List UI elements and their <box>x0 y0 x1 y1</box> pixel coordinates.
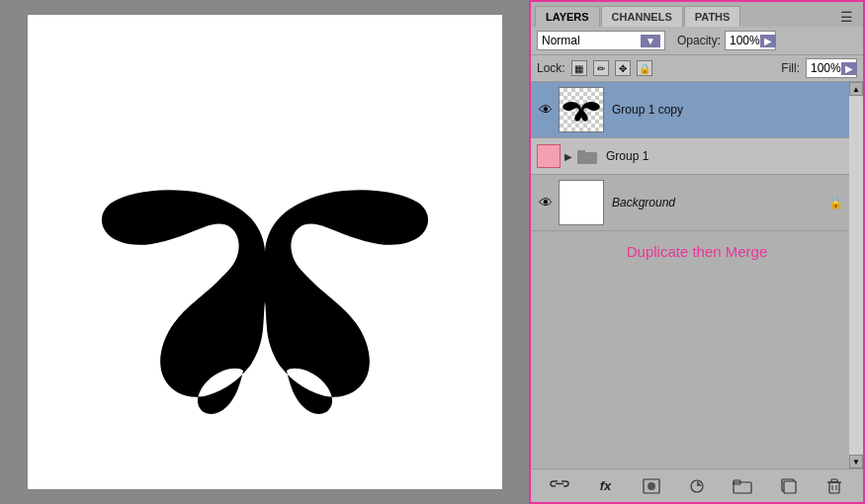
blend-mode-arrow[interactable]: ▼ <box>641 35 660 47</box>
layer-name-group1copy: Group 1 copy <box>612 103 683 117</box>
svg-rect-9 <box>784 481 796 493</box>
svg-point-4 <box>648 482 655 490</box>
opacity-input[interactable]: 100% ▶ <box>725 31 776 50</box>
panel-menu-icon[interactable]: ☰ <box>834 7 859 27</box>
fill-input[interactable]: 100% ▶ <box>806 58 857 78</box>
blend-mode-value: Normal <box>542 34 641 47</box>
fill-label: Fill: <box>781 61 800 75</box>
canvas <box>28 15 502 489</box>
scroll-up-arrow[interactable]: ▲ <box>849 82 863 96</box>
blend-mode-select[interactable]: Normal ▼ <box>537 31 665 50</box>
new-adjustment-icon[interactable] <box>685 475 709 497</box>
lock-fill-row: Lock: ▦ ✏ ✥ 🔒 Fill: 100% ▶ <box>531 55 863 82</box>
new-group-icon[interactable] <box>731 475 754 497</box>
tab-channels[interactable]: CHANNELS <box>601 6 683 27</box>
svg-rect-10 <box>829 482 839 493</box>
lock-position-icon[interactable]: ✏ <box>593 60 609 76</box>
scroll-track[interactable] <box>849 96 863 455</box>
butterfly-image <box>97 74 433 430</box>
visibility-toggle-background[interactable]: 👁 <box>537 194 555 211</box>
fx-icon[interactable]: fx <box>593 475 617 497</box>
layer-item-group1copy[interactable]: 👁 Group 1 copy <box>531 82 849 137</box>
canvas-area <box>0 0 529 504</box>
group-folder-icon <box>576 147 598 165</box>
lock-pixels-icon[interactable]: ▦ <box>571 60 587 76</box>
layer-name-group1: Group 1 <box>606 149 649 163</box>
layer-name-background: Background <box>612 196 675 210</box>
layer-item-background[interactable]: 👁 Background 🔒 <box>531 175 849 230</box>
background-lock-icon: 🔒 <box>828 196 843 210</box>
lock-all-icon[interactable]: 🔒 <box>637 60 652 76</box>
group-expand-arrow[interactable]: ▶ <box>564 151 572 162</box>
visibility-toggle-group1copy[interactable]: 👁 <box>537 101 555 119</box>
layer-item-group1[interactable]: ▶ Group 1 <box>531 138 849 174</box>
layers-list: ▲ ▼ 👁 Group 1 copy ▶ <box>531 82 863 468</box>
group-color-indicator <box>537 144 561 168</box>
tab-paths[interactable]: PATHS <box>684 6 741 27</box>
panel-tabs: LAYERS CHANNELS PATHS ☰ <box>531 2 863 27</box>
duplicate-merge-label: Duplicate then Merge <box>531 231 863 268</box>
opacity-arrow[interactable]: ▶ <box>760 35 776 47</box>
layer-thumb-background <box>559 180 604 225</box>
fill-arrow[interactable]: ▶ <box>841 62 857 75</box>
delete-layer-icon[interactable] <box>822 475 846 497</box>
link-layers-icon[interactable] <box>548 475 571 497</box>
opacity-label: Opacity: <box>677 34 721 47</box>
lock-label: Lock: <box>537 61 565 75</box>
scroll-down-arrow[interactable]: ▼ <box>849 455 863 468</box>
lock-move-icon[interactable]: ✥ <box>615 60 631 76</box>
new-layer-icon[interactable] <box>777 475 801 497</box>
layer-thumb-group1copy <box>559 87 604 132</box>
blend-opacity-row: Normal ▼ Opacity: 100% ▶ <box>531 27 863 55</box>
svg-rect-1 <box>577 150 585 154</box>
add-layer-mask-icon[interactable] <box>640 475 663 497</box>
layers-panel: LAYERS CHANNELS PATHS ☰ Normal ▼ Opacity… <box>529 0 865 504</box>
tab-layers[interactable]: LAYERS <box>535 6 600 27</box>
svg-rect-12 <box>831 479 837 482</box>
panel-bottom-toolbar: fx <box>531 468 863 502</box>
opacity-value: 100% <box>730 34 760 47</box>
fill-value: 100% <box>811 61 841 75</box>
